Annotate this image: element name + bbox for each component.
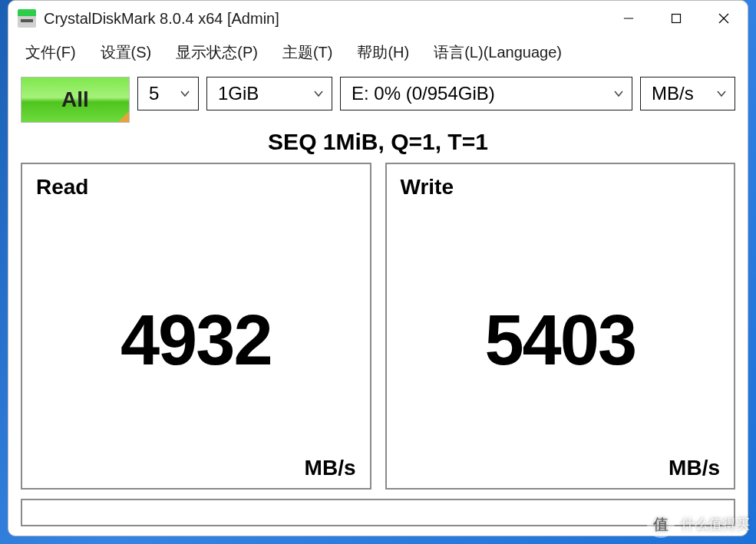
toolbar-selects: 5 1GiB E: 0% (0/954GiB) MB/s [137,77,735,123]
chevron-down-icon [716,88,727,99]
read-unit: MB/s [305,456,356,480]
write-title: Write [401,175,721,199]
test-count-value: 5 [149,83,159,104]
close-button[interactable] [700,1,748,36]
test-size-value: 1GiB [218,83,259,104]
run-all-label: All [61,87,89,112]
content-area: All 5 1GiB E: 0% (0/954GiB) MB/s [8,72,748,536]
svg-rect-1 [672,15,681,23]
app-icon [18,9,36,28]
titlebar[interactable]: CrystalDiskMark 8.0.4 x64 [Admin] [8,1,748,36]
app-window: CrystalDiskMark 8.0.4 x64 [Admin] 文件(F) … [8,0,748,536]
status-bar [21,499,735,526]
window-title: CrystalDiskMark 8.0.4 x64 [Admin] [44,10,605,28]
menu-file[interactable]: 文件(F) [13,39,88,66]
menu-help[interactable]: 帮助(H) [345,39,421,66]
read-panel: Read 4932 MB/s [21,163,371,490]
maximize-button[interactable] [652,1,700,36]
close-icon [718,13,729,24]
test-size-select[interactable]: 1GiB [206,77,332,110]
chevron-down-icon [313,88,324,99]
menu-display[interactable]: 显示状态(P) [163,39,270,66]
toolbar-row: All 5 1GiB E: 0% (0/954GiB) MB/s [21,77,735,123]
write-value: 5403 [401,199,721,480]
chevron-down-icon [613,88,624,99]
read-value: 4932 [36,199,356,480]
test-mode-label: SEQ 1MiB, Q=1, T=1 [21,129,735,155]
result-panels: Read 4932 MB/s Write 5403 MB/s [21,163,735,490]
maximize-icon [671,13,682,24]
write-unit: MB/s [669,456,720,480]
menu-theme[interactable]: 主题(T) [270,39,345,66]
window-controls [605,1,748,36]
test-count-select[interactable]: 5 [137,77,199,110]
drive-value: E: 0% (0/954GiB) [352,83,495,104]
minimize-icon [622,13,635,24]
watermark-logo: 值 [647,510,675,538]
read-title: Read [36,175,356,199]
run-all-button[interactable]: All [21,77,130,123]
watermark: 值 什么值得买 [647,510,750,538]
unit-value: MB/s [652,83,694,104]
chevron-down-icon [180,88,190,99]
minimize-button[interactable] [605,1,652,36]
drive-select[interactable]: E: 0% (0/954GiB) [340,77,632,110]
menu-settings[interactable]: 设置(S) [88,39,164,66]
menubar: 文件(F) 设置(S) 显示状态(P) 主题(T) 帮助(H) 语言(L)(La… [8,36,748,72]
watermark-text: 什么值得买 [681,515,750,533]
unit-select[interactable]: MB/s [640,77,735,110]
write-panel: Write 5403 MB/s [385,163,736,490]
menu-language[interactable]: 语言(L)(Language) [421,39,574,66]
